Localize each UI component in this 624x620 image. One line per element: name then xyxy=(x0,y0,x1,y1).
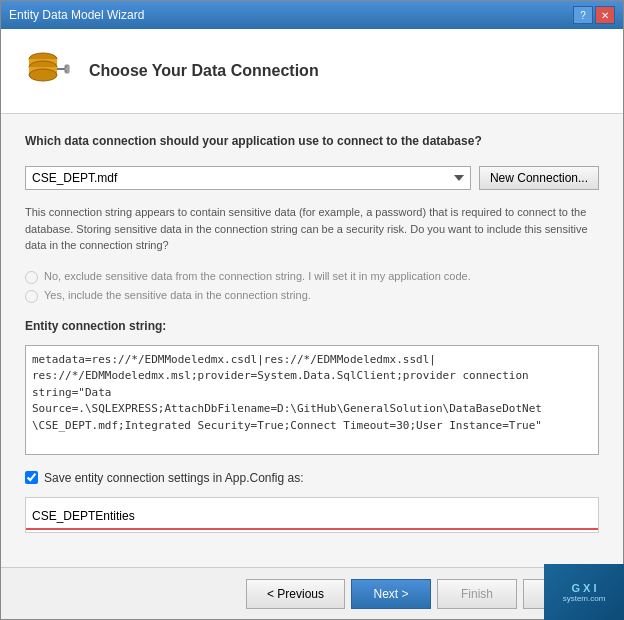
question-label: Which data connection should your applic… xyxy=(25,134,599,148)
radio-include-label[interactable]: Yes, include the sensitive data in the c… xyxy=(25,289,599,303)
app-config-input[interactable] xyxy=(26,504,598,530)
new-connection-button[interactable]: New Connection... xyxy=(479,166,599,190)
radio-group: No, exclude sensitive data from the conn… xyxy=(25,270,599,303)
radio-include[interactable] xyxy=(25,290,38,303)
save-checkbox[interactable] xyxy=(25,471,38,484)
watermark-site: system.com xyxy=(563,594,606,603)
help-button[interactable]: ? xyxy=(573,6,593,24)
radio-exclude-text: No, exclude sensitive data from the conn… xyxy=(44,270,471,282)
sensitive-data-description: This connection string appears to contai… xyxy=(25,204,599,254)
next-button[interactable]: Next > xyxy=(351,579,431,609)
finish-button[interactable]: Finish xyxy=(437,579,517,609)
save-row: Save entity connection settings in App.C… xyxy=(25,471,599,485)
close-button[interactable]: ✕ xyxy=(595,6,615,24)
connection-string-textarea[interactable]: metadata=res://*/EDMModeledmx.csdl|res:/… xyxy=(25,345,599,455)
title-bar: Entity Data Model Wizard ? ✕ xyxy=(1,1,623,29)
wizard-window: Entity Data Model Wizard ? ✕ Cho xyxy=(0,0,624,620)
title-bar-buttons: ? ✕ xyxy=(573,6,615,24)
radio-exclude-label[interactable]: No, exclude sensitive data from the conn… xyxy=(25,270,599,284)
footer: < Previous Next > Finish Cancel xyxy=(1,567,623,619)
connection-row: CSE_DEPT.mdf New Connection... xyxy=(25,166,599,190)
entity-conn-label: Entity connection string: xyxy=(25,319,599,333)
previous-button[interactable]: < Previous xyxy=(246,579,345,609)
database-icon xyxy=(21,45,73,97)
header-title: Choose Your Data Connection xyxy=(89,62,319,80)
wizard-content: Choose Your Data Connection Which data c… xyxy=(1,29,623,619)
window-title: Entity Data Model Wizard xyxy=(9,8,144,22)
radio-include-text: Yes, include the sensitive data in the c… xyxy=(44,289,311,301)
svg-rect-6 xyxy=(65,65,69,73)
svg-point-4 xyxy=(29,69,57,81)
watermark: G X I system.com xyxy=(544,564,624,620)
app-config-input-container xyxy=(25,497,599,533)
radio-exclude[interactable] xyxy=(25,271,38,284)
header-section: Choose Your Data Connection xyxy=(1,29,623,114)
save-label: Save entity connection settings in App.C… xyxy=(44,471,304,485)
watermark-brand: G X I xyxy=(571,582,596,594)
connection-dropdown[interactable]: CSE_DEPT.mdf xyxy=(25,166,471,190)
connection-string-container: metadata=res://*/EDMModeledmx.csdl|res:/… xyxy=(25,345,599,455)
main-content: Which data connection should your applic… xyxy=(1,114,623,567)
